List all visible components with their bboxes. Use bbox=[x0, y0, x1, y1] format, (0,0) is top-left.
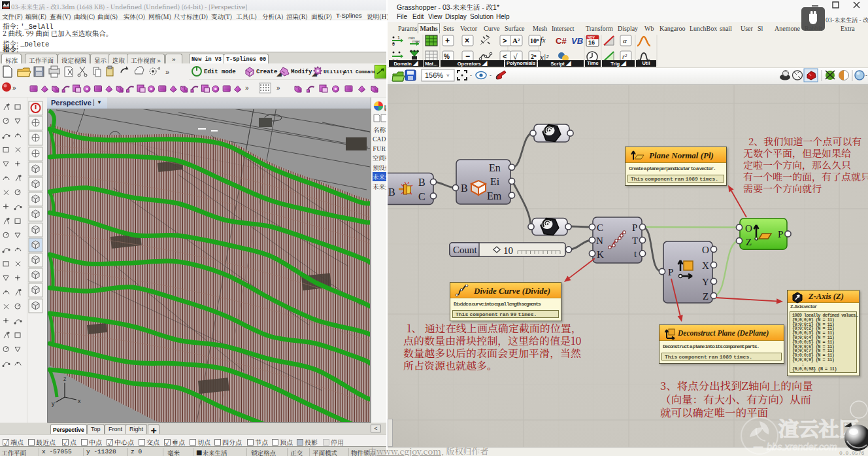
svg-text:-: - bbox=[865, 72, 867, 79]
svg-text:Y: Y bbox=[702, 277, 709, 287]
svg-text:B: B bbox=[461, 183, 468, 194]
svg-text:10ⁿ: 10ⁿ bbox=[530, 37, 539, 44]
svg-text:Create: Create bbox=[256, 69, 277, 75]
svg-text:P: P bbox=[668, 267, 673, 277]
svg-text:P: P bbox=[632, 222, 637, 233]
svg-text:-: - bbox=[490, 72, 492, 79]
svg-text:156%: 156% bbox=[425, 71, 443, 79]
svg-text:×: × bbox=[465, 36, 469, 45]
svg-text:>: > bbox=[503, 37, 507, 44]
svg-text:0: 0 bbox=[392, 42, 395, 46]
svg-text:»: » bbox=[276, 84, 280, 92]
svg-text:B: B bbox=[388, 186, 395, 198]
svg-text:T: T bbox=[632, 236, 638, 246]
svg-text:y: y bbox=[52, 400, 55, 407]
svg-text:10: 10 bbox=[503, 245, 513, 256]
svg-text:max: max bbox=[412, 39, 420, 43]
svg-text:16: 16 bbox=[588, 39, 595, 46]
svg-text:A²: A² bbox=[512, 37, 520, 44]
svg-text:»: » bbox=[12, 84, 16, 92]
svg-text:»: » bbox=[165, 68, 169, 76]
svg-text:X: X bbox=[702, 260, 709, 271]
svg-text:−: − bbox=[465, 52, 470, 61]
svg-text:x: x bbox=[78, 398, 81, 404]
svg-text:Z: Z bbox=[746, 237, 752, 247]
svg-text:B: B bbox=[418, 177, 426, 188]
svg-text:+: + bbox=[445, 36, 450, 45]
svg-text:z: z bbox=[63, 376, 67, 382]
svg-text:1: 1 bbox=[397, 35, 400, 40]
svg-text:Ei: Ei bbox=[490, 176, 500, 187]
svg-text:Modify: Modify bbox=[291, 69, 312, 75]
svg-text:<: < bbox=[503, 52, 507, 60]
svg-text:Edit mode: Edit mode bbox=[204, 69, 236, 75]
svg-text:C: C bbox=[597, 222, 603, 233]
svg-text:»: » bbox=[245, 84, 249, 92]
svg-text:%: % bbox=[444, 53, 450, 60]
svg-text:Count: Count bbox=[453, 245, 478, 255]
svg-text:VB: VB bbox=[571, 36, 583, 46]
svg-text:K: K bbox=[597, 249, 604, 260]
svg-text:O: O bbox=[702, 245, 709, 255]
svg-text:C#: C# bbox=[556, 36, 567, 46]
svg-text:Utility: Utility bbox=[324, 69, 346, 75]
svg-text:Z: Z bbox=[703, 291, 709, 302]
svg-text:En: En bbox=[489, 162, 501, 173]
svg-text:fx: fx bbox=[540, 36, 546, 46]
svg-text:P: P bbox=[778, 229, 783, 239]
svg-text:—: — bbox=[754, 441, 763, 451]
svg-text:Em: Em bbox=[487, 190, 502, 202]
svg-text:˅: ˅ bbox=[446, 73, 450, 79]
svg-text:O: O bbox=[745, 223, 752, 234]
svg-text:2ⁿ: 2ⁿ bbox=[531, 53, 537, 60]
svg-text:C: C bbox=[418, 191, 426, 202]
svg-text:α: α bbox=[623, 37, 627, 44]
svg-text:-: - bbox=[470, 72, 472, 79]
svg-text:bbs.xrender.com: bbs.xrender.com bbox=[767, 442, 837, 452]
svg-text:N: N bbox=[596, 236, 603, 246]
